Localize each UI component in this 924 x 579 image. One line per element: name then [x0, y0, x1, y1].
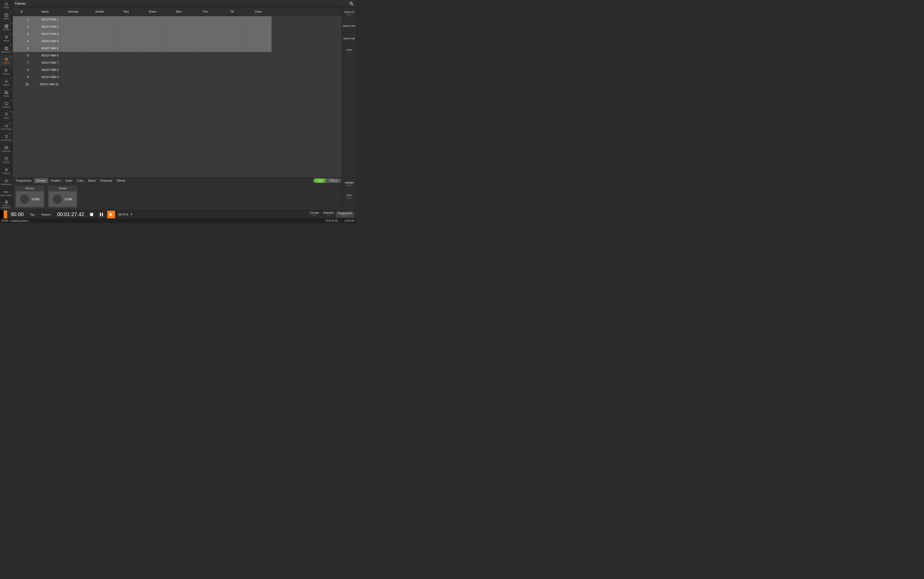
- cell-attr[interactable]: [139, 30, 166, 38]
- cell-attr[interactable]: [245, 30, 272, 38]
- cell-attr[interactable]: [166, 52, 192, 59]
- cell-attr[interactable]: [60, 23, 86, 30]
- cell-id[interactable]: 7: [13, 59, 30, 66]
- cell-attr[interactable]: [166, 81, 192, 88]
- column-header-shutter[interactable]: Shutter: [86, 7, 113, 16]
- cell-attr[interactable]: [219, 23, 245, 30]
- cell-attr[interactable]: [192, 16, 219, 23]
- cell-attr[interactable]: [139, 81, 166, 88]
- cell-attr[interactable]: [219, 30, 245, 38]
- tab-gobo[interactable]: Gobo: [64, 178, 75, 183]
- play-button[interactable]: [107, 211, 115, 218]
- cell-attr[interactable]: [245, 66, 272, 74]
- column-header-green[interactable]: Green: [139, 7, 166, 16]
- cell-attr[interactable]: [166, 23, 192, 30]
- cell-id[interactable]: 9: [13, 74, 30, 81]
- cell-name[interactable]: ROOT PAR 2: [30, 23, 60, 30]
- cell-id[interactable]: 10: [13, 81, 30, 88]
- cell-attr[interactable]: [86, 45, 113, 52]
- table-row[interactable]: 1ROOT PAR 1: [13, 16, 342, 23]
- cell-id[interactable]: 8: [13, 66, 30, 74]
- column-header-intensity[interactable]: Intensity: [60, 7, 86, 16]
- column-header-pan[interactable]: Pan: [192, 7, 219, 16]
- cell-attr[interactable]: [192, 59, 219, 66]
- column-header-name[interactable]: Name: [30, 7, 60, 16]
- cell-id[interactable]: 1: [13, 16, 30, 23]
- cell-attr[interactable]: [192, 74, 219, 81]
- column-header-id[interactable]: Id: [13, 7, 30, 16]
- sidebar-item-fixture-definitions[interactable]: Fixture Definitions: [0, 199, 13, 210]
- encoder-shutter[interactable]: Shutter 0.0%: [47, 185, 78, 209]
- cell-attr[interactable]: [245, 23, 272, 30]
- sidebar-item-history[interactable]: History: [0, 155, 13, 166]
- cell-name[interactable]: ROOT PAR 1: [30, 16, 60, 23]
- rail-select-odd[interactable]: Select Odd: [342, 33, 356, 45]
- cell-attr[interactable]: [86, 81, 113, 88]
- table-row[interactable]: 3ROOT PAR 3: [13, 30, 342, 38]
- cell-attr[interactable]: [166, 38, 192, 45]
- cell-attr[interactable]: [245, 45, 272, 52]
- cell-attr[interactable]: [60, 30, 86, 38]
- cell-attr[interactable]: [245, 38, 272, 45]
- cell-attr[interactable]: [86, 30, 113, 38]
- cell-attr[interactable]: [192, 30, 219, 38]
- cell-id[interactable]: 4: [13, 38, 30, 45]
- tab-color[interactable]: Color: [75, 178, 86, 183]
- cell-attr[interactable]: [192, 23, 219, 30]
- column-header-tilt[interactable]: Tilt: [219, 7, 245, 16]
- table-row[interactable]: 9ROOT PAR 9: [13, 74, 342, 81]
- cell-attr[interactable]: [219, 66, 245, 74]
- cell-attr[interactable]: [192, 81, 219, 88]
- rail-clear[interactable]: Clear⊘: [342, 45, 356, 57]
- sidebar-item-midi-profiles[interactable]: MIDIMIDI Profiles: [0, 188, 13, 199]
- sidebar-item-fixtures[interactable]: F5Fixtures: [0, 55, 13, 66]
- sidebar-item-patch[interactable]: F10Patch: [0, 110, 13, 121]
- cell-attr[interactable]: [139, 16, 166, 23]
- cell-attr[interactable]: [86, 66, 113, 74]
- cell-attr[interactable]: [113, 16, 139, 23]
- cell-name[interactable]: ROOT PAR 4: [30, 38, 60, 45]
- fixtures-table-scroll[interactable]: IdNameIntensityShutterRedGreenBluePanTil…: [13, 7, 342, 177]
- cell-id[interactable]: 6: [13, 52, 30, 59]
- sidebar-item-timecode[interactable]: Timecode: [0, 144, 13, 155]
- sidebar-item-nodes[interactable]: F3Nodes: [0, 33, 13, 44]
- cell-name[interactable]: ROOT PAR 3: [30, 30, 60, 38]
- cell-attr[interactable]: [139, 45, 166, 52]
- cell-attr[interactable]: [166, 45, 192, 52]
- cell-name[interactable]: ROOT PAR 9: [30, 74, 60, 81]
- cell-attr[interactable]: [166, 74, 192, 81]
- cell-attr[interactable]: [86, 52, 113, 59]
- encoder-knob[interactable]: [53, 195, 62, 204]
- cell-attr[interactable]: [60, 45, 86, 52]
- cell-attr[interactable]: [139, 59, 166, 66]
- cell-attr[interactable]: [219, 74, 245, 81]
- cell-attr[interactable]: [113, 38, 139, 45]
- cell-attr[interactable]: [192, 66, 219, 74]
- tab-programmer[interactable]: Programmer: [14, 178, 34, 183]
- color-preview[interactable]: [0, 210, 7, 219]
- sidebar-item-surfaces[interactable]: F9Surfaces: [0, 100, 13, 110]
- tab-effects[interactable]: Effects: [115, 178, 127, 183]
- tab-position[interactable]: Position: [49, 178, 63, 183]
- transport-selection[interactable]: Selection⇧+S: [321, 211, 336, 218]
- rail-select-all[interactable]: Select All⌘+A: [342, 7, 356, 20]
- cell-name[interactable]: ROOT PAR 6: [30, 52, 60, 59]
- table-row[interactable]: 6ROOT PAR 6: [13, 52, 342, 59]
- cell-attr[interactable]: [192, 45, 219, 52]
- cell-attr[interactable]: [192, 38, 219, 45]
- sidebar-item-power[interactable]: Power: [0, 0, 13, 11]
- cell-attr[interactable]: [166, 16, 192, 23]
- fps-selector[interactable]: 60 FPS ▾: [117, 213, 134, 216]
- cell-attr[interactable]: [113, 30, 139, 38]
- cell-attr[interactable]: [245, 59, 272, 66]
- cell-attr[interactable]: [113, 52, 139, 59]
- cell-attr[interactable]: [166, 66, 192, 74]
- table-row[interactable]: 2ROOT PAR 2: [13, 23, 342, 30]
- cell-attr[interactable]: [113, 81, 139, 88]
- live-offline-toggle[interactable]: LiveOffline: [313, 178, 341, 183]
- sidebar-item-presets[interactable]: F6Presets: [0, 66, 13, 77]
- table-row[interactable]: 8ROOT PAR 8: [13, 66, 342, 74]
- cell-attr[interactable]: [60, 66, 86, 74]
- encoder-dimmer[interactable]: Dimmer 0.0%: [15, 185, 45, 209]
- cell-attr[interactable]: [60, 38, 86, 45]
